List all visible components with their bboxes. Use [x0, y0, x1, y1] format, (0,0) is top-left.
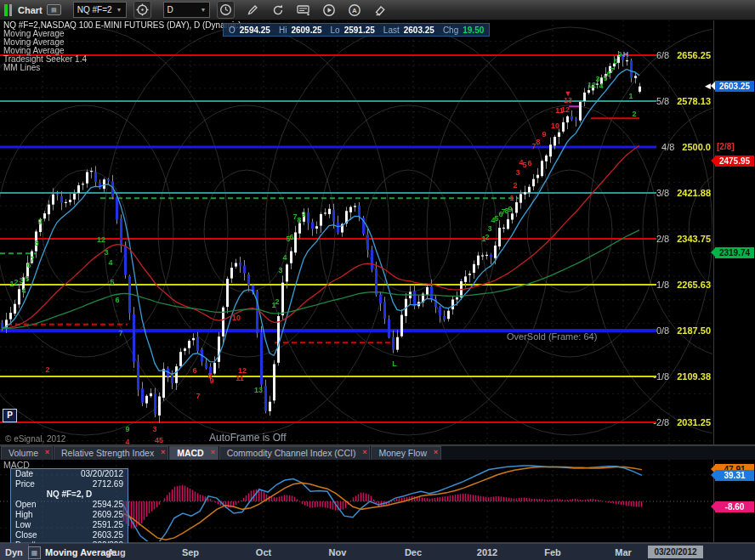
last-price-pointer-icon: ◀: [705, 82, 711, 90]
cursor-date-box: 03/20/2012: [648, 546, 703, 558]
seeker-count-label: 6: [192, 366, 196, 375]
symbol-target-button[interactable]: [133, 1, 151, 19]
tab-close-icon[interactable]: ×: [45, 446, 49, 459]
price-badge: 2603.25: [715, 81, 754, 92]
seeker-count-label: 2: [513, 181, 517, 189]
seeker-count-label: L: [392, 359, 397, 368]
databox-row-value: 2594.25: [93, 500, 123, 510]
interval-value: D: [167, 5, 196, 14]
interval-combo[interactable]: D ▼: [163, 2, 211, 18]
seeker-count-label: 6: [289, 233, 293, 241]
chevron-down-icon: ▼: [201, 7, 207, 13]
time-axis-month-label[interactable]: Feb: [544, 544, 561, 560]
oversold-label: OverSold (Frame: 64): [507, 331, 597, 342]
time-axis-month-label[interactable]: 2012: [477, 544, 497, 560]
letter-a-icon: A: [348, 3, 361, 17]
quote-field-value: 19.50: [463, 25, 484, 35]
mm-fraction: 2/8: [656, 234, 669, 244]
seeker-count-label: 13: [254, 386, 263, 394]
quote-field-label: O: [229, 25, 236, 35]
study-tab-bar: Volume×Relative Strength Index×MACD×Comm…: [0, 445, 755, 460]
cursor-data-window[interactable]: Date03/20/2012Price2712.69NQ #F=2, DOpen…: [10, 468, 128, 552]
study-tab[interactable]: Volume×: [1, 446, 53, 460]
seeker-count-label: 8: [536, 138, 540, 146]
seeker-count-label: 45: [155, 436, 163, 444]
study-icon[interactable]: ▦: [28, 546, 41, 559]
time-axis-month-label[interactable]: Nov: [329, 544, 347, 560]
draw-tool-button[interactable]: [245, 3, 260, 18]
time-axis-month-label[interactable]: Sep: [182, 544, 199, 560]
seeker-count-label: 3: [278, 266, 282, 274]
databox-symbol-line: NQ #F=2, D: [11, 489, 128, 500]
seeker-count-label: 12: [238, 366, 247, 375]
chevron-down-icon: ▼: [116, 7, 122, 13]
price-badge: 2319.74: [715, 247, 754, 258]
quote-field-label: Chg: [443, 25, 458, 35]
databox-row: Close2603.25: [11, 530, 128, 540]
databox-row: Price2712.69: [11, 479, 128, 489]
reload-button[interactable]: [270, 3, 286, 18]
mm-line-label: 5/82578.13: [656, 96, 711, 106]
databox-row: High2609.25: [11, 510, 128, 520]
chart-window-icon: [4, 4, 12, 16]
databox-row-label: Date: [15, 469, 33, 479]
tab-close-icon[interactable]: ×: [161, 446, 165, 459]
time-axis-month-label[interactable]: Oct: [256, 544, 271, 560]
autoframe-label: AutoFrame is Off: [209, 432, 286, 444]
alerts-button[interactable]: A: [347, 3, 362, 18]
seeker-count-label: 6: [527, 159, 531, 167]
mm-fraction: -1/8: [653, 371, 669, 382]
seeker-count-label: 11: [236, 374, 244, 382]
quote-field-value: 2603.25: [404, 25, 434, 35]
seeker-count-label: 7: [30, 255, 34, 263]
mm-line-label: 3/82421.88: [656, 188, 711, 198]
seeker-count-label: 6: [115, 296, 119, 304]
p-marker-badge[interactable]: P: [3, 409, 17, 422]
databox-row-label: High: [15, 510, 33, 520]
tab-close-icon[interactable]: ×: [362, 446, 366, 459]
seeker-count-label: 10: [551, 122, 559, 130]
mm-line-label: -2/82031.25: [653, 417, 711, 427]
mm-price: 2578.13: [677, 96, 711, 106]
tab-close-icon[interactable]: ×: [434, 446, 438, 459]
macd-badge: -8.60: [715, 501, 754, 512]
tab-close-icon[interactable]: ×: [210, 446, 214, 459]
databox-row-label: Open: [15, 500, 36, 510]
seeker-count-label: 2: [275, 297, 279, 306]
mm-price: 2421.88: [677, 188, 711, 198]
study-tab[interactable]: Commodity Channel Index (CCI)×: [219, 446, 371, 460]
time-axis-month-label[interactable]: Mar: [615, 544, 632, 560]
mm-line-label: 0/82187.50: [656, 325, 711, 336]
mm-line-label: 4/82500.0: [661, 142, 711, 152]
mm-price: 2187.50: [677, 325, 711, 336]
replay-button[interactable]: [321, 3, 337, 18]
seeker-count-label: 1: [509, 194, 514, 202]
study-tab[interactable]: MACD×: [169, 446, 219, 460]
mm-fraction: 4/8: [661, 142, 674, 152]
seeker-count-label: 9: [542, 130, 546, 139]
mm-line-label: 2/82343.75: [656, 234, 711, 244]
quote-field-value: 2591.25: [344, 25, 375, 35]
time-template-button[interactable]: [217, 1, 235, 19]
time-axis-month-label[interactable]: Dec: [405, 544, 422, 560]
dyn-button[interactable]: Dyn: [0, 544, 29, 560]
study-tab[interactable]: Money Flow×: [371, 446, 441, 460]
eraser-button[interactable]: [372, 3, 388, 18]
time-axis-month-label[interactable]: Aug: [107, 544, 125, 560]
mm-price: 2500.0: [682, 142, 711, 152]
play-icon: [322, 3, 336, 17]
symbol-combo[interactable]: NQ #F=2 ▼: [73, 2, 127, 18]
mm-extra-label: [2/8]: [717, 142, 735, 151]
quote-board-button[interactable]: [296, 3, 311, 18]
seeker-count-label: 3: [19, 276, 23, 285]
seeker-count-label: 7: [196, 392, 200, 400]
quote-field-value: 2609.25: [291, 25, 321, 35]
seeker-count-label: 12: [97, 235, 105, 244]
selected-study-label[interactable]: Moving Average: [45, 544, 116, 560]
seeker-count-label: 7: [610, 66, 614, 75]
seeker-count-label: 3: [515, 168, 519, 177]
seeker-count-label: 2: [45, 365, 49, 374]
study-tab[interactable]: Relative Strength Index×: [54, 446, 168, 460]
quote-field-label: Last: [383, 25, 400, 35]
link-badge-icon[interactable]: ▤: [47, 4, 61, 15]
